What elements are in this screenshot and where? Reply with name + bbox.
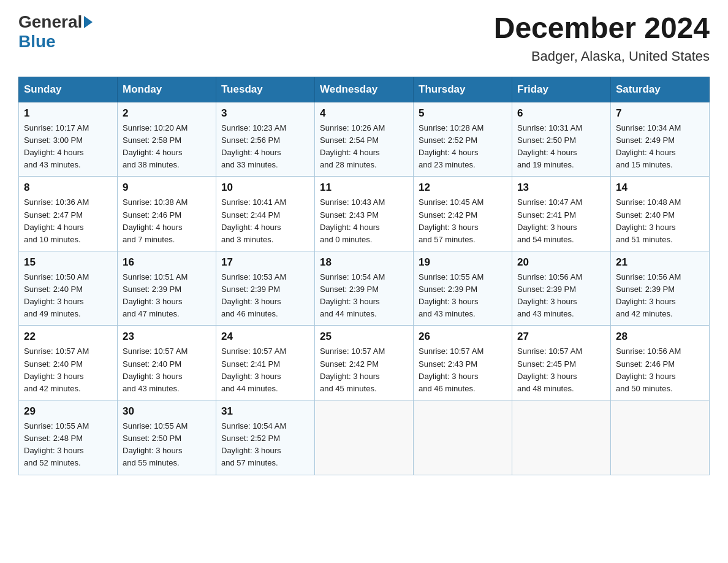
day-number: 28 bbox=[616, 331, 704, 343]
day-cell-11: 11Sunrise: 10:43 AMSunset: 2:43 PMDaylig… bbox=[315, 177, 414, 251]
day-cell-25: 25Sunrise: 10:57 AMSunset: 2:42 PMDaylig… bbox=[315, 326, 414, 400]
day-info: Sunrise: 10:45 AMSunset: 2:42 PMDaylight… bbox=[419, 196, 507, 246]
day-cell-7: 7Sunrise: 10:34 AMSunset: 2:49 PMDayligh… bbox=[611, 102, 710, 177]
logo-blue-text: Blue bbox=[18, 32, 56, 52]
calendar-table: SundayMondayTuesdayWednesdayThursdayFrid… bbox=[18, 77, 710, 475]
day-number: 9 bbox=[123, 182, 211, 194]
day-info: Sunrise: 10:31 AMSunset: 2:50 PMDaylight… bbox=[517, 122, 605, 172]
day-info: Sunrise: 10:56 AMSunset: 2:46 PMDaylight… bbox=[616, 345, 704, 395]
day-cell-9: 9Sunrise: 10:38 AMSunset: 2:46 PMDayligh… bbox=[118, 177, 216, 251]
day-info: Sunrise: 10:57 AMSunset: 2:40 PMDaylight… bbox=[123, 345, 211, 395]
day-info: Sunrise: 10:54 AMSunset: 2:52 PMDaylight… bbox=[221, 420, 309, 470]
day-number: 4 bbox=[320, 107, 408, 120]
day-number: 18 bbox=[320, 256, 408, 269]
calendar-week-3: 15Sunrise: 10:50 AMSunset: 2:40 PMDaylig… bbox=[19, 251, 710, 326]
day-cell-5: 5Sunrise: 10:28 AMSunset: 2:52 PMDayligh… bbox=[414, 102, 512, 177]
day-info: Sunrise: 10:57 AMSunset: 2:43 PMDaylight… bbox=[419, 345, 507, 395]
location-title: Badger, Alaska, United States bbox=[494, 48, 710, 64]
day-cell-4: 4Sunrise: 10:26 AMSunset: 2:54 PMDayligh… bbox=[315, 102, 414, 177]
calendar-week-2: 8Sunrise: 10:36 AMSunset: 2:47 PMDayligh… bbox=[19, 177, 710, 251]
calendar-week-1: 1Sunrise: 10:17 AMSunset: 3:00 PMDayligh… bbox=[19, 102, 710, 177]
column-header-wednesday: Wednesday bbox=[315, 77, 414, 102]
day-cell-3: 3Sunrise: 10:23 AMSunset: 2:56 PMDayligh… bbox=[216, 102, 315, 177]
day-info: Sunrise: 10:48 AMSunset: 2:40 PMDaylight… bbox=[616, 196, 704, 246]
day-cell-2: 2Sunrise: 10:20 AMSunset: 2:58 PMDayligh… bbox=[118, 102, 216, 177]
day-cell-23: 23Sunrise: 10:57 AMSunset: 2:40 PMDaylig… bbox=[118, 326, 216, 400]
day-info: Sunrise: 10:55 AMSunset: 2:39 PMDaylight… bbox=[419, 271, 507, 321]
day-number: 15 bbox=[24, 256, 112, 269]
day-cell-19: 19Sunrise: 10:55 AMSunset: 2:39 PMDaylig… bbox=[414, 251, 512, 326]
day-info: Sunrise: 10:38 AMSunset: 2:46 PMDaylight… bbox=[123, 196, 211, 246]
day-cell-17: 17Sunrise: 10:53 AMSunset: 2:39 PMDaylig… bbox=[216, 251, 315, 326]
day-info: Sunrise: 10:17 AMSunset: 3:00 PMDaylight… bbox=[24, 122, 112, 172]
day-cell-12: 12Sunrise: 10:45 AMSunset: 2:42 PMDaylig… bbox=[414, 177, 512, 251]
day-cell-30: 30Sunrise: 10:55 AMSunset: 2:50 PMDaylig… bbox=[118, 400, 216, 475]
day-info: Sunrise: 10:23 AMSunset: 2:56 PMDaylight… bbox=[221, 122, 309, 172]
day-number: 1 bbox=[24, 107, 112, 120]
day-cell-16: 16Sunrise: 10:51 AMSunset: 2:39 PMDaylig… bbox=[118, 251, 216, 326]
day-number: 23 bbox=[123, 331, 211, 343]
day-number: 31 bbox=[221, 405, 309, 418]
day-number: 8 bbox=[24, 182, 112, 194]
day-info: Sunrise: 10:57 AMSunset: 2:45 PMDaylight… bbox=[517, 345, 605, 395]
day-number: 24 bbox=[221, 331, 309, 343]
day-number: 16 bbox=[123, 256, 211, 269]
day-cell-18: 18Sunrise: 10:54 AMSunset: 2:39 PMDaylig… bbox=[315, 251, 414, 326]
empty-cell bbox=[315, 400, 414, 475]
day-number: 5 bbox=[419, 107, 507, 120]
day-number: 30 bbox=[123, 405, 211, 418]
day-cell-15: 15Sunrise: 10:50 AMSunset: 2:40 PMDaylig… bbox=[19, 251, 118, 326]
day-number: 27 bbox=[517, 331, 605, 343]
day-cell-20: 20Sunrise: 10:56 AMSunset: 2:39 PMDaylig… bbox=[512, 251, 611, 326]
day-cell-26: 26Sunrise: 10:57 AMSunset: 2:43 PMDaylig… bbox=[414, 326, 512, 400]
day-number: 19 bbox=[419, 256, 507, 269]
column-header-friday: Friday bbox=[512, 77, 611, 102]
day-info: Sunrise: 10:41 AMSunset: 2:44 PMDaylight… bbox=[221, 196, 309, 246]
day-info: Sunrise: 10:57 AMSunset: 2:40 PMDaylight… bbox=[24, 345, 112, 395]
day-cell-31: 31Sunrise: 10:54 AMSunset: 2:52 PMDaylig… bbox=[216, 400, 315, 475]
day-cell-13: 13Sunrise: 10:47 AMSunset: 2:41 PMDaylig… bbox=[512, 177, 611, 251]
day-number: 29 bbox=[24, 405, 112, 418]
logo-general-text: General bbox=[18, 12, 82, 32]
logo-arrow-icon bbox=[84, 16, 93, 28]
title-area: December 2024 Badger, Alaska, United Sta… bbox=[494, 12, 710, 64]
day-cell-6: 6Sunrise: 10:31 AMSunset: 2:50 PMDayligh… bbox=[512, 102, 611, 177]
day-number: 20 bbox=[517, 256, 605, 269]
day-info: Sunrise: 10:55 AMSunset: 2:50 PMDaylight… bbox=[123, 420, 211, 470]
day-cell-21: 21Sunrise: 10:56 AMSunset: 2:39 PMDaylig… bbox=[611, 251, 710, 326]
day-info: Sunrise: 10:57 AMSunset: 2:42 PMDaylight… bbox=[320, 345, 408, 395]
day-info: Sunrise: 10:47 AMSunset: 2:41 PMDaylight… bbox=[517, 196, 605, 246]
calendar-week-5: 29Sunrise: 10:55 AMSunset: 2:48 PMDaylig… bbox=[19, 400, 710, 475]
column-header-thursday: Thursday bbox=[414, 77, 512, 102]
month-title: December 2024 bbox=[494, 12, 710, 45]
day-number: 2 bbox=[123, 107, 211, 120]
column-header-monday: Monday bbox=[118, 77, 216, 102]
day-info: Sunrise: 10:26 AMSunset: 2:54 PMDaylight… bbox=[320, 122, 408, 172]
day-info: Sunrise: 10:43 AMSunset: 2:43 PMDaylight… bbox=[320, 196, 408, 246]
day-number: 17 bbox=[221, 256, 309, 269]
day-cell-28: 28Sunrise: 10:56 AMSunset: 2:46 PMDaylig… bbox=[611, 326, 710, 400]
day-info: Sunrise: 10:28 AMSunset: 2:52 PMDaylight… bbox=[419, 122, 507, 172]
day-number: 13 bbox=[517, 182, 605, 194]
day-number: 22 bbox=[24, 331, 112, 343]
calendar-week-4: 22Sunrise: 10:57 AMSunset: 2:40 PMDaylig… bbox=[19, 326, 710, 400]
day-info: Sunrise: 10:51 AMSunset: 2:39 PMDaylight… bbox=[123, 271, 211, 321]
day-cell-10: 10Sunrise: 10:41 AMSunset: 2:44 PMDaylig… bbox=[216, 177, 315, 251]
day-info: Sunrise: 10:53 AMSunset: 2:39 PMDaylight… bbox=[221, 271, 309, 321]
day-number: 3 bbox=[221, 107, 309, 120]
day-cell-22: 22Sunrise: 10:57 AMSunset: 2:40 PMDaylig… bbox=[19, 326, 118, 400]
day-number: 25 bbox=[320, 331, 408, 343]
day-info: Sunrise: 10:36 AMSunset: 2:47 PMDaylight… bbox=[24, 196, 112, 246]
empty-cell bbox=[611, 400, 710, 475]
calendar-header-row: SundayMondayTuesdayWednesdayThursdayFrid… bbox=[19, 77, 710, 102]
day-cell-8: 8Sunrise: 10:36 AMSunset: 2:47 PMDayligh… bbox=[19, 177, 118, 251]
day-number: 21 bbox=[616, 256, 704, 269]
day-info: Sunrise: 10:54 AMSunset: 2:39 PMDaylight… bbox=[320, 271, 408, 321]
day-cell-14: 14Sunrise: 10:48 AMSunset: 2:40 PMDaylig… bbox=[611, 177, 710, 251]
day-info: Sunrise: 10:50 AMSunset: 2:40 PMDaylight… bbox=[24, 271, 112, 321]
logo: General Blue bbox=[18, 12, 94, 52]
column-header-saturday: Saturday bbox=[611, 77, 710, 102]
day-number: 14 bbox=[616, 182, 704, 194]
day-cell-29: 29Sunrise: 10:55 AMSunset: 2:48 PMDaylig… bbox=[19, 400, 118, 475]
day-number: 10 bbox=[221, 182, 309, 194]
